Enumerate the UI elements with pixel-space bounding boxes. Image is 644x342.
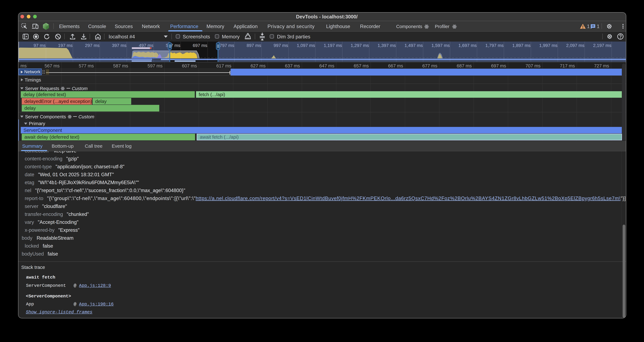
svg-text:697 ms: 697 ms (193, 43, 207, 48)
